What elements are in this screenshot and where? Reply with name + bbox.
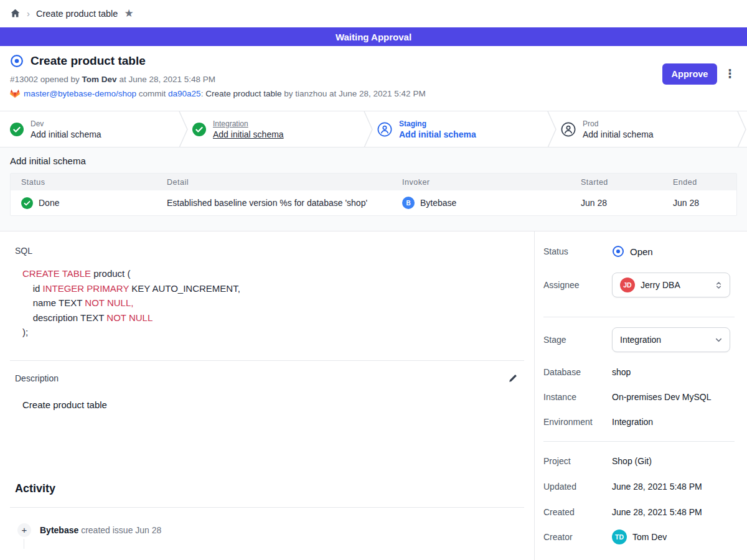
breadcrumb-page-title: Create product table	[36, 9, 118, 19]
created-label: Created	[543, 507, 612, 517]
status-cell: Done	[11, 197, 156, 209]
pending-user-icon	[561, 122, 576, 137]
column-ended: Ended	[662, 178, 736, 187]
issue-sidebar: Status Open Assignee JD Jerry DBA Stage	[534, 231, 747, 560]
chevron-up-down-icon	[714, 281, 723, 290]
started-cell: Jun 28	[570, 198, 662, 208]
stage-separator-chevron	[179, 111, 189, 147]
updated-label: Updated	[543, 482, 612, 492]
activity-timeline	[24, 539, 24, 549]
invoker-cell: B Bytebase	[392, 197, 570, 209]
created-value: June 28, 2021 5:48 PM	[612, 507, 702, 517]
activity-text: Bytebase created issue Jun 28	[40, 525, 161, 535]
issue-author: Tom Dev	[82, 75, 117, 84]
commit-row: master@bytebase-demo/shop commit da90a25…	[10, 89, 737, 98]
task-table: Status Detail Invoker Started Ended Done…	[10, 173, 737, 216]
stage-label: Stage	[543, 335, 612, 345]
check-circle-icon	[10, 123, 24, 136]
task-section-title: Add initial schema	[10, 156, 747, 166]
kebab-menu-icon[interactable]: ⋮	[724, 67, 736, 82]
stage-env-label: Dev	[31, 119, 101, 128]
stage-select[interactable]: Integration	[612, 327, 730, 352]
bytebase-issue-page: › Create product table ★ Waiting Approva…	[0, 0, 747, 560]
divider	[10, 360, 524, 361]
status-text: Done	[39, 198, 59, 208]
sql-section-label: SQL	[15, 246, 534, 256]
description-text: Create product table	[22, 399, 534, 410]
banner-text: Waiting Approval	[336, 32, 411, 42]
activity-item: + Bytebase created issue Jun 28	[17, 523, 534, 537]
database-value: shop	[612, 367, 631, 377]
home-icon[interactable]	[10, 8, 21, 19]
stage-integration[interactable]: IntegrationAdd initial schema	[182, 111, 367, 147]
avatar: TD	[612, 530, 627, 544]
stage-prod[interactable]: ProdAdd initial schema	[551, 111, 747, 147]
issue-header: Create product table #13002 opened by To…	[0, 46, 747, 111]
stage-env-label: Prod	[583, 119, 654, 128]
branch-link[interactable]: master@bytebase-demo/shop	[24, 89, 136, 98]
task-section: Add initial schema Status Detail Invoker…	[0, 147, 747, 231]
breadcrumb: › Create product table ★	[10, 8, 134, 19]
column-status: Status	[11, 178, 156, 187]
main-content: SQL CREATE TABLE product ( id INTEGER PR…	[0, 231, 534, 560]
issue-title: Create product table	[31, 54, 146, 68]
breadcrumb-chevron-icon: ›	[27, 8, 30, 19]
approve-button[interactable]: Approve	[662, 63, 717, 85]
stage-task-label: Add initial schema	[399, 129, 476, 139]
commit-hash-link[interactable]: da90a25	[168, 89, 201, 98]
stage-staging[interactable]: StagingAdd initial schema	[367, 111, 551, 147]
stage-dev[interactable]: DevAdd initial schema	[0, 111, 182, 147]
assignee-select[interactable]: JD Jerry DBA	[612, 273, 730, 297]
pending-user-icon	[377, 122, 392, 137]
stage-separator-chevron	[737, 111, 747, 147]
open-status-icon	[612, 245, 624, 258]
stage-env-label: Staging	[399, 119, 476, 128]
task-table-header: Status Detail Invoker Started Ended	[11, 174, 736, 190]
column-detail: Detail	[156, 178, 392, 187]
check-circle-icon	[192, 123, 206, 136]
bookmark-star-icon[interactable]: ★	[124, 8, 133, 19]
issue-meta: #13002 opened by Tom Dev at June 28, 202…	[10, 75, 737, 84]
divider	[543, 317, 735, 317]
stage-task-label: Add initial schema	[213, 129, 284, 139]
gitlab-icon	[10, 89, 20, 98]
instance-label: Instance	[543, 392, 612, 402]
updated-value: June 28, 2021 5:48 PM	[612, 482, 702, 492]
table-row: Done Established baseline version %s for…	[11, 190, 736, 215]
stage-separator-chevron	[547, 111, 557, 147]
stage-env-label: Integration	[213, 119, 284, 128]
avatar: B	[402, 197, 415, 209]
chevron-down-icon	[714, 335, 723, 345]
status-banner: Waiting Approval	[0, 27, 747, 46]
issue-open-icon	[10, 54, 24, 68]
commit-text: master@bytebase-demo/shop commit da90a25…	[24, 89, 426, 98]
creator-label: Creator	[543, 532, 612, 542]
column-invoker: Invoker	[392, 178, 570, 187]
divider	[10, 507, 524, 508]
plus-icon: +	[17, 523, 31, 537]
creator-value: TD Tom Dev	[612, 530, 667, 544]
stage-task-label: Add initial schema	[583, 129, 654, 139]
database-label: Database	[543, 367, 612, 377]
commit-message: Create product table	[205, 89, 284, 98]
avatar: JD	[620, 278, 635, 292]
stage-task-label: Add initial schema	[31, 129, 101, 139]
ended-cell: Jun 28	[662, 198, 736, 208]
environment-label: Environment	[543, 417, 612, 427]
stage-separator-chevron	[364, 111, 374, 147]
detail-cell: Established baseline version %s for data…	[156, 198, 392, 208]
column-started: Started	[570, 178, 662, 187]
sql-code-block: CREATE TABLE product ( id INTEGER PRIMAR…	[22, 266, 534, 340]
check-circle-icon	[21, 197, 33, 209]
assignee-label: Assignee	[543, 280, 612, 290]
edit-pencil-icon[interactable]	[508, 373, 518, 383]
status-label: Status	[543, 246, 612, 256]
status-value: Open	[612, 245, 653, 258]
instance-value: On-premises Dev MySQL	[612, 392, 711, 402]
activity-title: Activity	[15, 482, 534, 495]
invoker-name: Bytebase	[420, 198, 456, 208]
project-label: Project	[543, 456, 612, 466]
environment-value: Integration	[612, 417, 653, 427]
project-value[interactable]: Shop (Git)	[612, 456, 652, 466]
description-label: Description	[15, 373, 59, 383]
